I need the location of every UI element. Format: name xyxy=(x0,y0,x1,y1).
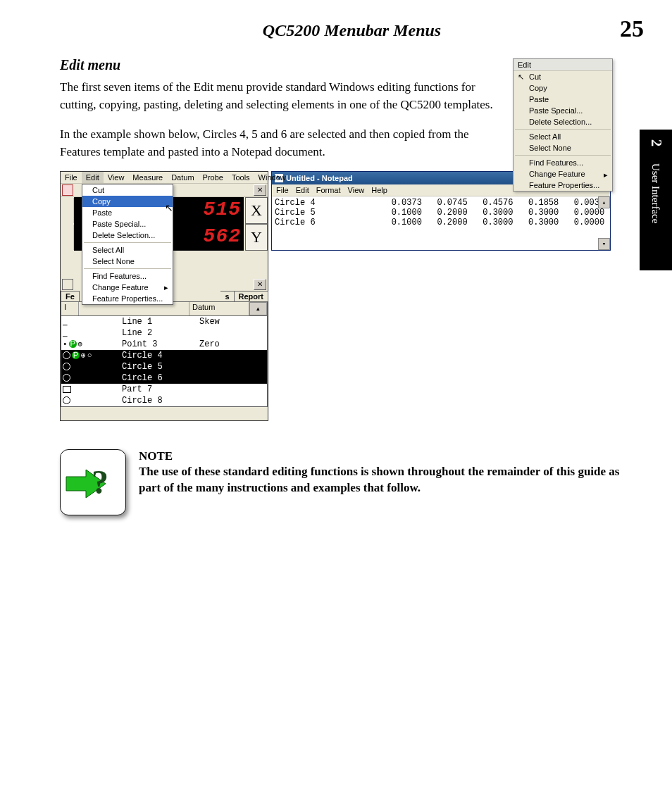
feature-name: Circle 4 xyxy=(122,351,199,361)
qc-menubar: File Edit View Measure Datum Probe Tools… xyxy=(61,172,268,184)
menu-item-find-features[interactable]: Find Features... xyxy=(514,157,612,168)
table-row[interactable]: Circle 5 xyxy=(61,361,267,372)
notepad-content: Circle 4 0.0373 0.0745 0.4576 0.1858 0.0… xyxy=(275,198,607,227)
menu-tools[interactable]: Tools xyxy=(228,172,254,183)
close-icon[interactable]: ✕ xyxy=(254,279,266,290)
np-menu-edit[interactable]: Edit xyxy=(296,186,309,194)
point-icon: • xyxy=(63,340,68,349)
menu-separator xyxy=(84,268,171,269)
row-icons xyxy=(61,386,122,393)
circle-icon xyxy=(63,374,70,382)
edit-menu-header[interactable]: Edit xyxy=(514,59,612,71)
row-icons: •P⊕ xyxy=(61,339,122,349)
np-menu-help[interactable]: Help xyxy=(371,186,387,194)
np-menu-file[interactable]: File xyxy=(276,186,289,194)
menu-item-select-all[interactable]: Select All xyxy=(514,131,612,142)
scroll-up-icon[interactable]: ▴ xyxy=(598,196,610,208)
rect-icon xyxy=(63,386,71,393)
menu-datum[interactable]: Datum xyxy=(167,172,198,183)
note-heading: NOTE xyxy=(139,449,644,463)
page-title: QC5200 Menubar Menus xyxy=(60,21,644,40)
feature-table: ⎯Line 1Skew⎯Line 2•P⊕Point 3ZeroP⊕○Circl… xyxy=(61,316,268,407)
scroll-up-icon[interactable]: ▴ xyxy=(249,302,267,315)
menu-item-feature-properties[interactable]: Feature Properties... xyxy=(514,180,612,191)
tab-report[interactable]: Report xyxy=(234,291,268,301)
dro-x-axis-button[interactable]: X xyxy=(245,197,268,224)
feature-datum: Skew xyxy=(199,317,267,327)
dropdown-paste-special[interactable]: Paste Special... xyxy=(82,218,173,230)
badge-icon: ⊕ xyxy=(81,351,86,360)
badge-icon: ⊕ xyxy=(78,339,83,349)
menu-edit[interactable]: Edit xyxy=(82,172,104,183)
menu-separator xyxy=(515,129,611,130)
chapter-label: User Interface xyxy=(649,163,661,223)
dro-x-value: 515 xyxy=(204,199,241,220)
note-body: The use of these standard editing functi… xyxy=(139,463,644,497)
line-icon: ⎯ xyxy=(63,329,68,337)
feature-name: Point 3 xyxy=(122,339,199,349)
menu-item-select-none[interactable]: Select None xyxy=(514,142,612,153)
tab-features[interactable]: Fe xyxy=(61,291,80,301)
row-icons xyxy=(61,363,122,370)
table-row[interactable]: P⊕○Circle 4 xyxy=(61,350,267,361)
menu-measure[interactable]: Measure xyxy=(128,172,167,183)
qc5200-window: File Edit View Measure Datum Probe Tools… xyxy=(60,171,268,421)
submenu-arrow-icon: ▸ xyxy=(164,283,168,292)
dro-y-value: 562 xyxy=(204,225,241,247)
menu-item-cut[interactable]: ↖ Cut xyxy=(514,71,612,82)
table-row[interactable]: ⎯Line 2 xyxy=(61,327,267,339)
feature-datum: Zero xyxy=(199,339,267,349)
menu-separator xyxy=(515,155,611,156)
dropdown-cut[interactable]: Cut xyxy=(82,184,173,196)
dropdown-paste[interactable]: Paste xyxy=(82,207,173,218)
menu-probe[interactable]: Probe xyxy=(199,172,228,183)
col-datum[interactable]: Datum xyxy=(189,302,249,315)
menu-file[interactable]: File xyxy=(61,172,82,183)
table-row[interactable]: Circle 6 xyxy=(61,372,267,384)
dro-y-axis-button[interactable]: Y xyxy=(245,224,268,251)
question-mark-icon: ? xyxy=(92,463,108,501)
tab-s[interactable]: s xyxy=(220,291,234,301)
feature-name: Circle 6 xyxy=(122,373,199,383)
dropdown-change-feature[interactable]: Change Feature ▸ xyxy=(82,282,173,293)
close-icon[interactable]: ✕ xyxy=(254,184,266,196)
line-icon: ⎯ xyxy=(63,318,68,326)
table-row[interactable]: •P⊕Point 3Zero xyxy=(61,339,267,350)
dropdown-feature-properties[interactable]: Feature Properties... xyxy=(82,293,173,304)
edit-menu-panel: Edit ↖ Cut Copy Paste Paste Special... D… xyxy=(513,58,613,192)
menu-item-paste-special[interactable]: Paste Special... xyxy=(514,105,612,116)
menu-separator xyxy=(84,242,171,243)
toolbar-icon[interactable] xyxy=(62,184,73,196)
cursor-icon: ↖ xyxy=(518,73,524,82)
scroll-down-icon[interactable]: ▾ xyxy=(598,238,610,250)
table-row[interactable]: Circle 8 xyxy=(61,395,267,406)
feature-name: Line 1 xyxy=(122,317,199,327)
menu-item-delete-selection[interactable]: Delete Selection... xyxy=(514,116,612,127)
panel-icon[interactable] xyxy=(62,279,73,290)
menu-item-paste[interactable]: Paste xyxy=(514,94,612,105)
note-icon: ? xyxy=(60,449,126,515)
dropdown-delete-selection[interactable]: Delete Selection... xyxy=(82,230,173,241)
dropdown-copy[interactable]: Copy xyxy=(82,196,173,207)
notepad-textarea[interactable]: Circle 4 0.0373 0.0745 0.4576 0.1858 0.0… xyxy=(272,196,610,250)
table-row[interactable]: ⎯Line 1Skew xyxy=(61,316,267,327)
circle-icon xyxy=(63,351,70,359)
circle-icon xyxy=(63,363,70,370)
row-icons: P⊕○ xyxy=(61,351,122,360)
menu-item-change-feature[interactable]: Change Feature ▸ xyxy=(514,168,612,180)
col-icon[interactable]: I xyxy=(61,302,79,315)
page-number: 25 xyxy=(620,15,644,42)
paragraph-2: In the example shown below, Circles 4, 5… xyxy=(60,126,511,161)
menu-window[interactable]: Window xyxy=(254,172,290,183)
np-menu-view[interactable]: View xyxy=(348,186,365,194)
np-menu-format[interactable]: Format xyxy=(316,186,341,194)
dropdown-select-none[interactable]: Select None xyxy=(82,256,173,267)
menu-view[interactable]: View xyxy=(104,172,129,183)
menu-item-copy[interactable]: Copy xyxy=(514,82,612,94)
dropdown-find-features[interactable]: Find Features... xyxy=(82,270,173,282)
chapter-tab: 2 User Interface xyxy=(640,130,672,270)
table-row[interactable]: Part 7 xyxy=(61,384,267,395)
dro-side-icon xyxy=(61,225,74,250)
chapter-number: 2 xyxy=(648,139,664,146)
dropdown-select-all[interactable]: Select All xyxy=(82,244,173,256)
